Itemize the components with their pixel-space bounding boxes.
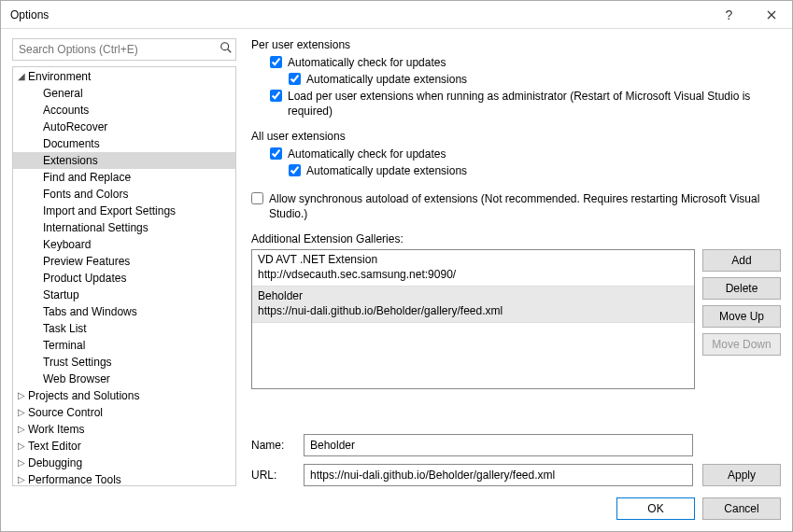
options-tree[interactable]: ◢Environment▷General▷Accounts▷AutoRecove…	[12, 66, 236, 486]
tree-item[interactable]: ▷Documents	[13, 135, 235, 152]
options-dialog: Options ? ◢Environment▷General▷Accounts▷…	[0, 0, 793, 532]
tree-item[interactable]: ▷Tabs and Windows	[13, 303, 235, 320]
tree-item[interactable]: ▷Product Updates	[13, 270, 235, 287]
tree-item[interactable]: ▷Text Editor	[13, 438, 235, 455]
tree-item[interactable]: ▷Extensions	[13, 152, 235, 169]
ok-button[interactable]: OK	[616, 497, 695, 520]
alluser-check-updates[interactable]	[270, 147, 282, 160]
close-icon[interactable]	[750, 1, 792, 28]
tree-item[interactable]: ▷Startup	[13, 287, 235, 303]
dialog-footer: OK Cancel	[12, 486, 781, 520]
tree-item[interactable]: ▷Source Control	[13, 404, 235, 421]
tree-item[interactable]: ▷AutoRecover	[13, 119, 235, 135]
tree-item[interactable]: ▷International Settings	[13, 219, 235, 236]
per-user-label: Per user extensions	[251, 38, 781, 51]
window-title: Options	[10, 8, 708, 21]
name-input[interactable]	[304, 434, 693, 456]
url-label: URL:	[251, 469, 294, 482]
tree-item[interactable]: ▷Fonts and Colors	[13, 186, 235, 203]
galleries-list[interactable]: VD AVT .NET Extensionhttp://vdsecauth.se…	[251, 249, 695, 389]
name-label: Name:	[251, 439, 294, 452]
tree-item[interactable]: ▷Terminal	[13, 337, 235, 354]
delete-button[interactable]: Delete	[702, 277, 781, 300]
tree-item[interactable]: ▷Find and Replace	[13, 169, 235, 186]
move-up-button[interactable]: Move Up	[702, 305, 781, 328]
tree-item[interactable]: ▷Accounts	[13, 102, 235, 119]
tree-item[interactable]: ▷Task List	[13, 320, 235, 337]
url-input[interactable]	[304, 464, 693, 486]
cancel-button[interactable]: Cancel	[702, 497, 781, 520]
all-user-label: All user extensions	[251, 130, 781, 143]
tree-item[interactable]: ▷Web Browser	[13, 371, 235, 387]
galleries-label: Additional Extension Galleries:	[251, 232, 781, 245]
titlebar: Options ?	[1, 1, 792, 29]
alluser-auto-update[interactable]	[289, 164, 301, 176]
tree-item[interactable]: ▷Performance Tools	[13, 471, 235, 486]
left-panel: ◢Environment▷General▷Accounts▷AutoRecove…	[12, 38, 236, 486]
right-panel: Per user extensions Automatically check …	[251, 38, 781, 486]
peruser-auto-update[interactable]	[289, 73, 301, 85]
tree-item[interactable]: ▷Work Items	[13, 421, 235, 438]
tree-item[interactable]: ▷Import and Export Settings	[13, 203, 235, 219]
add-button[interactable]: Add	[702, 249, 781, 272]
move-down-button[interactable]: Move Down	[702, 333, 781, 356]
tree-item[interactable]: ▷Debugging	[13, 455, 235, 471]
help-icon[interactable]: ?	[708, 1, 750, 28]
apply-button[interactable]: Apply	[702, 464, 781, 486]
peruser-load-admin[interactable]	[270, 90, 282, 102]
allow-sync-autoload[interactable]	[251, 192, 263, 204]
gallery-item[interactable]: VD AVT .NET Extensionhttp://vdsecauth.se…	[252, 250, 694, 287]
tree-item[interactable]: ▷General	[13, 85, 235, 102]
tree-item[interactable]: ▷Trust Settings	[13, 354, 235, 371]
gallery-item[interactable]: Beholderhttps://nui-dali.github.io/Behol…	[252, 287, 694, 323]
tree-item[interactable]: ▷Projects and Solutions	[13, 387, 235, 404]
search-input[interactable]	[12, 38, 236, 61]
peruser-check-updates[interactable]	[270, 56, 282, 68]
tree-item[interactable]: ◢Environment	[13, 68, 235, 85]
tree-item[interactable]: ▷Preview Features	[13, 253, 235, 270]
tree-item[interactable]: ▷Keyboard	[13, 236, 235, 253]
